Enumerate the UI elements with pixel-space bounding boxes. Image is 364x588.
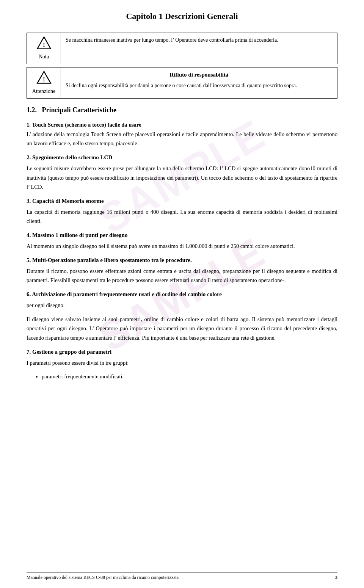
attenzione-icon-cell: ! Attenzione — [27, 67, 61, 99]
attenzione-body: Si declina ogni responsabilità per danni… — [66, 82, 333, 89]
attenzione-label: Attenzione — [32, 87, 55, 95]
section-1-2-heading: 1.2. Principali Caratteristiche — [27, 106, 337, 114]
svg-text:!: ! — [43, 75, 45, 83]
notice-nota-box: ! Nota Se macchina rimanesse inattiva pe… — [27, 33, 337, 64]
attenzione-title: Rifiuto di responsabilità — [66, 71, 333, 79]
page-footer: Manuale operativo del sistema BECS C-88 … — [27, 572, 337, 580]
attenzione-content: Rifiuto di responsabilità Si declina ogn… — [61, 67, 337, 99]
bullet-item-1: parametri frequentemente modificati, — [42, 372, 337, 381]
item-1-text: 1. Touch Screen (schermo a tocco) facile… — [27, 120, 337, 148]
item-7-title: 7. Gestione a gruppo dei parametri — [27, 349, 337, 355]
warning-triangle-icon: ! — [36, 36, 52, 50]
nota-icon-group: ! Nota — [31, 36, 56, 61]
item-6-title: 6. Archiviazione di parametri frequentem… — [27, 291, 337, 298]
nota-icon-cell: ! Nota — [27, 33, 61, 64]
item-1-number: 1. Touch Screen (schermo a tocco) facile… — [27, 122, 141, 128]
footer-left-text: Manuale operativo del sistema BECS C-88 … — [27, 575, 179, 580]
item-5-text: Durante il ricamo, possono essere effett… — [27, 267, 337, 285]
item-2-text: Le seguenti misure dovrebbero essere pre… — [27, 164, 337, 192]
item-7-intro: I parametri possono essere divisi in tre… — [27, 358, 337, 368]
svg-text:!: ! — [43, 41, 45, 49]
attenzione-icon-group: ! Attenzione — [31, 71, 56, 95]
item-6-text-1: per ogni disegno. — [27, 301, 337, 310]
page-title: Capitolo 1 Descrizioni Generali — [27, 11, 337, 21]
item-3-title: 3. Capacità di Memoria enorme — [27, 198, 337, 204]
item-5-title: 5. Multi-Operazione parallela e libero s… — [27, 257, 337, 263]
item-2-title: 2. Spegnimento dello schermo LCD — [27, 154, 337, 161]
item-6-text-2: Il disegno viene salvato insieme ai suoi… — [27, 315, 337, 343]
item-4-text: Al momento un singolo disegno nel il sis… — [27, 241, 337, 251]
item-4-title: 4. Massimo 1 milione di punti per disegn… — [27, 232, 337, 238]
attention-triangle-icon: ! — [36, 71, 52, 84]
footer-page-number: 3 — [335, 575, 337, 580]
nota-label: Nota — [39, 53, 49, 61]
nota-content: Se macchina rimanesse inattiva per lungo… — [61, 33, 337, 64]
item-3-text: La capacità di memoria raggiunge 16 mili… — [27, 207, 337, 226]
notice-attenzione-box: ! Attenzione Rifiuto di responsabilità S… — [27, 67, 337, 99]
item-7-bullet-list: parametri frequentemente modificati, — [42, 372, 337, 381]
